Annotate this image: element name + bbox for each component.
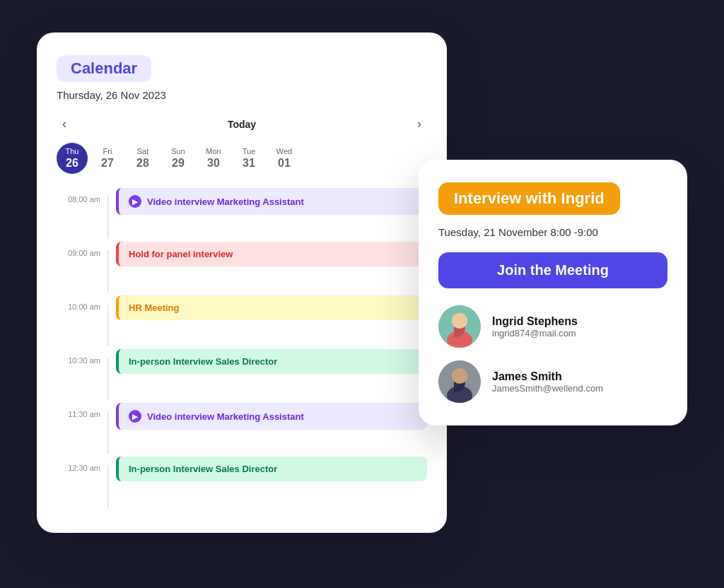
attendee-email: JamesSmith@wellend.com <box>492 383 603 394</box>
time-label-3: 10:30 am <box>57 349 100 365</box>
prev-week-button[interactable]: ‹ <box>57 114 72 134</box>
detail-card: Interview with Ingrid Tuesday, 21 Novemb… <box>419 160 687 425</box>
time-label-2: 10:00 am <box>57 295 100 311</box>
detail-datetime: Tuesday, 21 November 8:00 -9:00 <box>438 226 667 238</box>
time-line-0 <box>107 196 109 239</box>
avatar-james <box>438 360 481 403</box>
attendee-name: James Smith <box>492 370 603 383</box>
time-label-1: 09:00 am <box>57 242 100 257</box>
video-icon: ▶ <box>129 410 141 423</box>
attendee-email: ingrid874@mail.com <box>492 328 578 339</box>
events-col-0: ▶Video interview Marketing Assistant <box>116 188 427 219</box>
event-label: Video interview Marketing Assistant <box>147 411 304 422</box>
time-line-5 <box>107 465 109 507</box>
event-label: HR Meeting <box>129 302 180 313</box>
week-days: Thu26Fri27Sat28Sun29Mon30Tue31Wed01 <box>57 143 427 174</box>
calendar-card: Calendar Thursday, 26 Nov 2023 ‹ Today ›… <box>37 33 447 533</box>
attendees-list: Ingrid Stephensingrid874@mail.com James … <box>438 305 667 403</box>
event-bar[interactable]: Hold for panel interview <box>116 242 427 266</box>
events-col-4: ▶Video interview Marketing Assistant <box>116 403 427 434</box>
join-meeting-button[interactable]: Join the Meeting <box>438 252 667 288</box>
event-label: Hold for panel interview <box>129 249 233 259</box>
time-line-3 <box>107 358 109 400</box>
time-slot-0: 08:00 am▶Video interview Marketing Assis… <box>57 188 427 239</box>
svg-point-7 <box>452 368 467 384</box>
event-label: In-person Interview Sales Director <box>129 356 277 367</box>
attendee-name: Ingrid Stephens <box>492 315 578 328</box>
time-label-0: 08:00 am <box>57 188 100 204</box>
attendee-info-1: James SmithJamesSmith@wellend.com <box>492 370 603 394</box>
time-slot-1: 09:00 amHold for panel interview <box>57 242 427 293</box>
event-bar[interactable]: HR Meeting <box>116 295 427 320</box>
video-icon: ▶ <box>129 195 141 208</box>
events-col-5: In-person Interview Sales Director <box>116 457 427 486</box>
time-label-4: 11:30 am <box>57 403 100 418</box>
event-bar[interactable]: ▶Video interview Marketing Assistant <box>116 403 427 430</box>
svg-point-3 <box>452 313 467 329</box>
time-line-4 <box>107 411 109 454</box>
event-bar[interactable]: ▶Video interview Marketing Assistant <box>116 188 427 215</box>
event-bar[interactable]: In-person Interview Sales Director <box>116 457 427 481</box>
calendar-date: Thursday, 26 Nov 2023 <box>57 89 427 101</box>
week-nav: ‹ Today › <box>57 114 427 134</box>
detail-title: Interview with Ingrid <box>438 182 620 215</box>
day-cell-wed[interactable]: Wed01 <box>269 143 300 174</box>
time-slot-2: 10:00 amHR Meeting <box>57 295 427 346</box>
today-label: Today <box>228 119 256 130</box>
event-label: Video interview Marketing Assistant <box>147 196 304 207</box>
events-col-1: Hold for panel interview <box>116 242 427 271</box>
time-slot-4: 11:30 am▶Video interview Marketing Assis… <box>57 403 427 454</box>
events-col-2: HR Meeting <box>116 295 427 324</box>
next-week-button[interactable]: › <box>411 114 427 134</box>
time-label-5: 12:30 am <box>57 457 100 472</box>
event-label: In-person Interview Sales Director <box>129 464 277 474</box>
events-col-3: In-person Interview Sales Director <box>116 349 427 378</box>
attendee-1: James SmithJamesSmith@wellend.com <box>438 360 667 403</box>
attendee-0: Ingrid Stephensingrid874@mail.com <box>438 305 667 348</box>
timeline: 08:00 am▶Video interview Marketing Assis… <box>57 188 427 510</box>
day-cell-sat[interactable]: Sat28 <box>127 143 158 174</box>
day-cell-thu[interactable]: Thu26 <box>57 143 88 174</box>
day-cell-tue[interactable]: Tue31 <box>233 143 264 174</box>
time-slot-3: 10:30 amIn-person Interview Sales Direct… <box>57 349 427 400</box>
avatar-ingrid <box>438 305 481 348</box>
event-bar[interactable]: In-person Interview Sales Director <box>116 349 427 374</box>
attendee-info-0: Ingrid Stephensingrid874@mail.com <box>492 315 578 339</box>
day-cell-fri[interactable]: Fri27 <box>92 143 123 174</box>
time-line-2 <box>107 304 109 346</box>
time-slot-5: 12:30 amIn-person Interview Sales Direct… <box>57 457 427 507</box>
scene: Calendar Thursday, 26 Nov 2023 ‹ Today ›… <box>23 18 701 570</box>
calendar-title: Calendar <box>57 55 151 82</box>
day-cell-sun[interactable]: Sun29 <box>163 143 194 174</box>
day-cell-mon[interactable]: Mon30 <box>198 143 229 174</box>
time-line-1 <box>107 250 109 293</box>
